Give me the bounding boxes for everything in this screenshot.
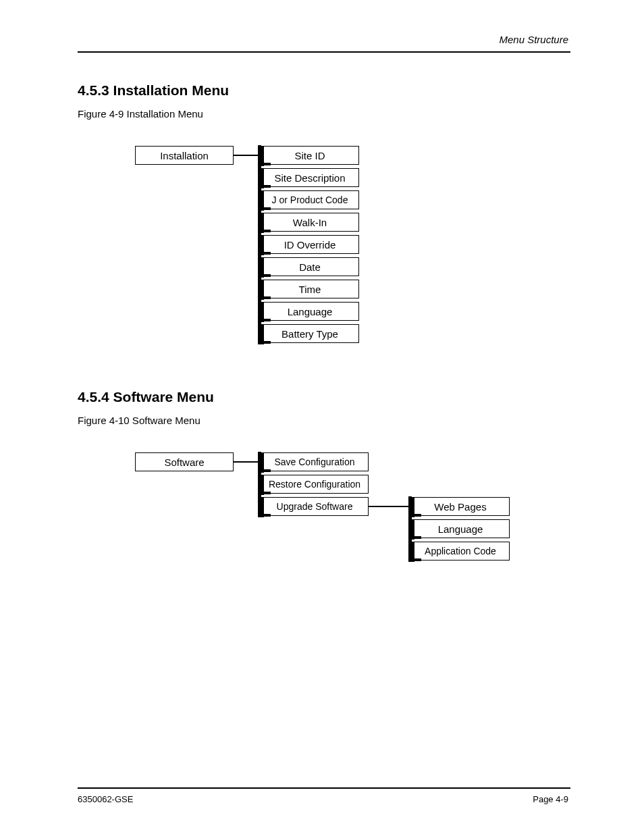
node-j-or-product-code: J or Product Code — [261, 190, 359, 209]
node-restore-configuration: Restore Configuration — [261, 475, 369, 494]
footer-page-number: Page 4-9 — [533, 794, 568, 804]
node-installation-root: Installation — [135, 146, 234, 165]
node-upgrade-software: Upgrade Software — [261, 497, 369, 516]
rule-bottom — [78, 787, 570, 789]
figure-caption-software: Figure 4-10 Software Menu — [78, 415, 200, 426]
node-site-id: Site ID — [261, 146, 359, 165]
node-date: Date — [261, 257, 359, 276]
document-page: Menu Structure 4.5.3 Installation Menu F… — [0, 0, 644, 834]
figure-caption-installation: Figure 4-9 Installation Menu — [78, 108, 203, 120]
connector-h-upgrade — [369, 506, 409, 507]
running-header: Menu Structure — [499, 34, 568, 45]
section-title-software: 4.5.4 Software Menu — [78, 389, 214, 405]
section-title-installation: 4.5.3 Installation Menu — [78, 82, 229, 99]
node-battery-type: Battery Type — [261, 324, 359, 343]
node-site-description: Site Description — [261, 168, 359, 187]
node-walk-in: Walk-In — [261, 213, 359, 232]
node-time: Time — [261, 280, 359, 298]
node-id-override: ID Override — [261, 235, 359, 254]
node-application-code: Application Code — [411, 542, 510, 561]
connector-h-software-root — [234, 461, 259, 463]
node-software-root: Software — [135, 452, 234, 471]
footer-doc-number: 6350062-GSE — [78, 794, 133, 804]
node-web-pages: Web Pages — [411, 497, 510, 516]
node-save-configuration: Save Configuration — [261, 452, 369, 471]
node-upgrade-language: Language — [411, 519, 510, 538]
node-language: Language — [261, 302, 359, 321]
connector-h-installation — [234, 155, 259, 156]
rule-top — [78, 51, 570, 53]
